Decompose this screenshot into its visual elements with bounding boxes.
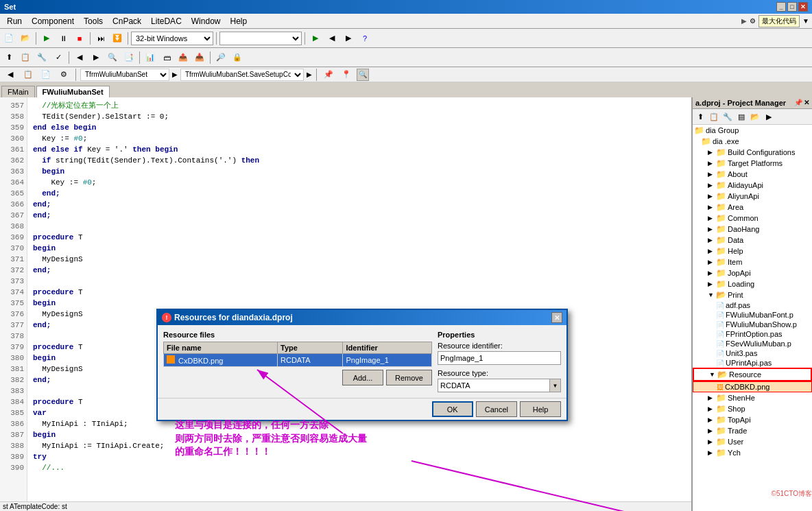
tree-item-help[interactable]: ▶ 📁 Help [693, 246, 812, 257]
new-btn[interactable]: 📄 [1, 31, 16, 46]
tab-fwuliumubanset[interactable]: FWuliuMubanSet [36, 86, 110, 97]
search-btn[interactable]: 🔍 [357, 69, 369, 81]
menu-window[interactable]: Window [187, 15, 225, 27]
tree-item-shop[interactable]: ▶ 📁 Shop [693, 403, 812, 414]
tree-item-shenhe[interactable]: ▶ 📁 ShenHe [693, 392, 812, 403]
tree-item-ych[interactable]: ▶ 📁 Ych [693, 447, 812, 458]
tree-item-common[interactable]: ▶ 📁 Common [693, 213, 812, 224]
tree-item-data[interactable]: ▶ 📁 Data [693, 235, 812, 246]
step2-btn[interactable]: ⏬ [110, 31, 125, 46]
pause-btn[interactable]: ⏸ [56, 31, 71, 46]
step-btn[interactable]: ⏭ [93, 31, 108, 46]
menu-cnpack[interactable]: CnPack [108, 15, 145, 27]
tree-item-build-configs[interactable]: ▶ 📁 Build Configurations [693, 147, 812, 158]
panel-pin-btn[interactable]: 📌 [794, 99, 802, 107]
back-btn[interactable]: ◀ [324, 31, 339, 46]
help-btn[interactable]: ? [357, 31, 372, 46]
help-button[interactable]: Help [520, 401, 561, 417]
tb2-13[interactable]: 🔎 [213, 50, 228, 65]
maximize-btn[interactable]: □ [787, 2, 797, 12]
tree-item-user[interactable]: ▶ 📁 User [693, 436, 812, 447]
tree-item-print[interactable]: ▼ 📂 Print [693, 289, 812, 300]
close-btn[interactable]: ✕ [798, 2, 808, 12]
tb3-3[interactable]: 📄 [38, 67, 53, 82]
open-btn[interactable]: 📂 [18, 31, 33, 46]
target-combo[interactable] [219, 32, 302, 45]
tree-item-exe[interactable]: 📁 dia .exe [693, 136, 812, 147]
tree-item-item[interactable]: ▶ 📁 Item [693, 257, 812, 268]
tree-item-fwuliumubanshow[interactable]: 📄 FWuliuMubanShow.p [693, 320, 812, 329]
tb2-6[interactable]: ▶ [88, 50, 104, 65]
tree-item-unit3[interactable]: 📄 Unit3.pas [693, 348, 812, 358]
remove-button[interactable]: Remove [386, 370, 432, 385]
panel-tb1[interactable]: ⬆ [694, 110, 706, 123]
run2-btn[interactable]: ▶ [308, 31, 323, 46]
tb2-5[interactable]: ◀ [72, 50, 87, 65]
tree-item-target-platforms[interactable]: ▶ 📁 Target Platforms [693, 158, 812, 169]
tb2-8[interactable]: 📑 [121, 50, 136, 65]
tree-item-aliyunapi[interactable]: ▶ 📁 AliyunApi [693, 191, 812, 202]
menu-run[interactable]: Run [3, 15, 26, 27]
method-combo[interactable]: TfrmWuliuMubanSet.SaveSetupCommn [180, 69, 304, 81]
tree-item-jopapi[interactable]: ▶ 📁 JopApi [693, 268, 812, 278]
tb2-2[interactable]: 📋 [18, 50, 33, 65]
tree-item-resource[interactable]: ▼ 📂 Resource [693, 368, 812, 381]
panel-tb6[interactable]: ▶ [763, 110, 775, 123]
tree-item-area[interactable]: ▶ 📁 Area [693, 202, 812, 213]
panel-tb4[interactable]: ▤ [735, 110, 748, 123]
tb2-7[interactable]: 🔍 [105, 50, 120, 65]
tb3-2[interactable]: 📋 [21, 67, 36, 82]
panel-tb5[interactable]: 📂 [749, 110, 761, 123]
tb2-3[interactable]: 🔧 [34, 50, 49, 65]
panel-tb2[interactable]: 📋 [708, 110, 720, 123]
tree-item-group[interactable]: 📁 dia Group [693, 125, 812, 136]
tree-item-adf[interactable]: 📄 adf.pas [693, 300, 812, 310]
tb2-14[interactable]: 🔒 [230, 50, 245, 65]
panel-tb3[interactable]: 🔧 [721, 110, 734, 123]
tree-item-loading[interactable]: ▶ 📁 Loading [693, 278, 812, 289]
resource-type-dropdown-btn[interactable]: ▼ [550, 379, 561, 392]
tree-item-daohang[interactable]: ▶ 📁 DaoHang [693, 224, 812, 235]
tree-item-topapi[interactable]: ▶ 📁 TopApi [693, 414, 812, 425]
minimize-btn[interactable]: _ [776, 2, 786, 12]
tree-label: dia .exe [713, 137, 739, 145]
tb2-12[interactable]: 📥 [192, 50, 207, 65]
tree-item-fsevwuliumuban[interactable]: 📄 FSevWuliuMuban.p [693, 339, 812, 348]
tree-item-uprintapi[interactable]: 📄 UPrintApi.pas [693, 358, 812, 368]
maximize-code-btn[interactable]: 最大化代码 [759, 15, 800, 27]
tb2-9[interactable]: 📊 [143, 50, 158, 65]
tb3-4[interactable]: ⚙ [56, 67, 71, 82]
tb3-pin1[interactable]: 📌 [321, 67, 336, 82]
tab-fmain[interactable]: FMain [1, 86, 35, 97]
resource-type-input[interactable] [438, 379, 550, 392]
code-text[interactable]: //光标定位在第一个上 TEdit(Sender).SelStart := 0;… [27, 97, 691, 501]
menu-tools[interactable]: Tools [80, 15, 107, 27]
tb3-1[interactable]: ◀ [3, 67, 18, 82]
tree-item-about[interactable]: ▶ 📁 About [693, 169, 812, 180]
unit-combo[interactable]: TfrmWuliuMubanSet [80, 69, 169, 81]
menu-help[interactable]: Help [226, 15, 251, 27]
menu-litedac[interactable]: LiteDAC [147, 15, 186, 27]
tree-item-fwuliumubanfont[interactable]: 📄 FWuliuMubanFont.p [693, 310, 812, 320]
menu-component[interactable]: Component [27, 15, 78, 27]
tree-item-cxdbkd[interactable]: 🖼 CxDBKD.png [693, 381, 812, 392]
dialog-close-btn[interactable]: ✕ [551, 312, 562, 323]
tree-item-alidayuapi[interactable]: ▶ 📁 AlidayuApi [693, 180, 812, 191]
ok-button[interactable]: OK [432, 401, 473, 417]
resource-id-input[interactable] [438, 351, 561, 365]
tb3-pin2[interactable]: 📍 [339, 67, 354, 82]
add-button[interactable]: Add... [342, 370, 383, 385]
cancel-button[interactable]: Cancel [476, 401, 517, 417]
resource-row[interactable]: CxDBKD.png RCDATA PngImage_1 [164, 354, 432, 367]
stop-btn[interactable]: ■ [72, 31, 87, 46]
tb2-4[interactable]: ✓ [51, 50, 66, 65]
tree-item-trade[interactable]: ▶ 📁 Trade [693, 425, 812, 436]
play-btn[interactable]: ▶ [39, 31, 54, 46]
tree-item-fprintoption[interactable]: 📄 FPrintOption.pas [693, 329, 812, 339]
tb2-11[interactable]: 📤 [176, 50, 191, 65]
build-config-combo[interactable]: 32-bit Windows [131, 32, 213, 45]
tb2-1[interactable]: ⬆ [1, 50, 16, 65]
tb2-10[interactable]: 🗃 [159, 50, 174, 65]
panel-close-btn[interactable]: ✕ [804, 99, 809, 107]
fwd-btn[interactable]: ▶ [341, 31, 356, 46]
